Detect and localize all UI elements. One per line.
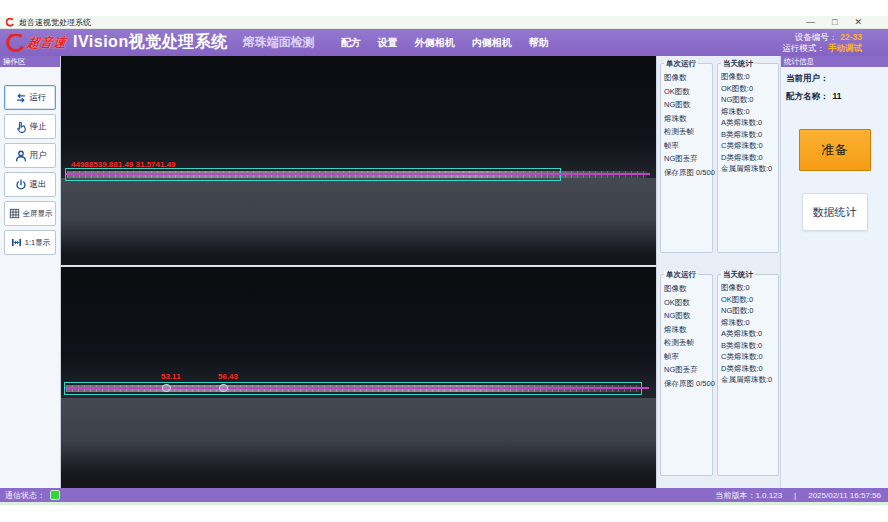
brand-logo-text: 超音速 <box>25 34 67 52</box>
stat-row: 熔珠数:0 <box>721 317 775 329</box>
info-panel-title: 统计信息 <box>781 56 888 67</box>
exit-button-label: 退出 <box>30 179 47 191</box>
stat-row: 图像数 <box>664 71 709 85</box>
one-to-one-button-label: 1:1显示 <box>25 238 50 248</box>
stat-row: 金属屑熔珠数:0 <box>721 374 775 386</box>
stop-hand-icon <box>14 120 28 134</box>
stat-row: 熔珠数 <box>664 112 709 126</box>
stats-section-top: 单次运行 图像数OK图数NG图数熔珠数检测丢帧帧率NG图丢弃保存原图 0/500… <box>657 56 781 265</box>
measure-line <box>65 387 649 389</box>
statusbar-separator: | <box>794 491 796 500</box>
stat-row: B类熔珠数:0 <box>721 129 775 141</box>
stat-row: D类熔珠数:0 <box>721 363 775 375</box>
app-window: 超音速视觉处理系统 — □ ✕ 超音速 IVision视觉处理系统 熔珠端面检测… <box>0 0 888 522</box>
stat-row: NG图数 <box>664 98 709 112</box>
single-run-title: 单次运行 <box>664 270 698 280</box>
stat-row: NG图数 <box>664 309 709 323</box>
measure-line <box>66 173 650 175</box>
menu-item[interactable]: 内侧相机 <box>472 36 512 50</box>
menu-item[interactable]: 帮助 <box>529 36 549 50</box>
stat-row: B类熔珠数:0 <box>721 340 775 352</box>
window-bottom-edge <box>0 502 888 505</box>
power-icon <box>14 178 28 192</box>
run-icon <box>14 91 28 105</box>
menu-item[interactable]: 配方 <box>341 36 361 50</box>
main-menu: 配方设置外侧相机内侧相机帮助 <box>341 36 549 50</box>
stat-row: NG图数:0 <box>721 94 775 106</box>
stat-row: OK图数 <box>664 85 709 99</box>
comm-status-indicator <box>50 490 60 500</box>
stat-row: 检测丢帧 <box>664 336 709 350</box>
image-gradient <box>61 398 656 468</box>
menu-item[interactable]: 设置 <box>378 36 398 50</box>
one-to-one-icon <box>10 236 23 249</box>
stat-row: 图像数:0 <box>721 71 775 83</box>
daily-stats-group: 当天统计 图像数:0OK图数:0NG图数:0熔珠数:0A类熔珠数:0B类熔珠数:… <box>717 274 779 476</box>
fullscreen-grid-icon <box>8 207 21 220</box>
stat-row: A类熔珠数:0 <box>721 328 775 340</box>
exit-button[interactable]: 退出 <box>4 172 56 197</box>
fullscreen-button-label: 全屏显示 <box>23 209 53 219</box>
device-number-value: 22-33 <box>840 32 862 42</box>
app-logo-icon <box>6 18 15 27</box>
data-statistics-button[interactable]: 数据统计 <box>802 193 868 231</box>
user-button-label: 用户 <box>30 150 47 162</box>
one-to-one-button[interactable]: 1:1显示 <box>4 230 56 255</box>
daily-stats-title: 当天统计 <box>721 270 755 280</box>
daily-stats-title: 当天统计 <box>721 59 755 69</box>
device-number-label: 设备编号： <box>795 32 838 42</box>
device-info: 设备编号：22-33 运行模式：手动调试 <box>783 32 863 54</box>
app-title: IVision视觉处理系统 <box>73 32 228 53</box>
measurement-overlay-text: 44988539.881.49 31.5741.49 <box>71 160 176 169</box>
statistics-column: 单次运行 图像数OK图数NG图数熔珠数检测丢帧帧率NG图丢弃保存原图 0/500… <box>656 56 780 488</box>
stat-row: NG图丢弃 <box>664 152 709 166</box>
brand-swoosh-icon <box>6 34 26 52</box>
app-subtitle: 熔珠端面检测 <box>243 34 315 51</box>
defect-marker <box>162 384 171 392</box>
status-bar: 通信状态： 当前版本：1.0.123 | 2025/02/11 16:57:56 <box>0 488 888 502</box>
single-run-title: 单次运行 <box>664 59 698 69</box>
stat-row: 保存原图 0/500 <box>664 377 709 391</box>
close-button[interactable]: ✕ <box>854 16 862 29</box>
operation-area-title: 操作区 <box>0 56 60 67</box>
stat-row: 图像数 <box>664 282 709 296</box>
current-user-label: 当前用户： <box>786 73 829 83</box>
minimize-button[interactable]: — <box>806 16 815 29</box>
single-run-group: 单次运行 图像数OK图数NG图数熔珠数检测丢帧帧率NG图丢弃保存原图 0/500 <box>660 63 713 253</box>
stat-row: C类熔珠数:0 <box>721 351 775 363</box>
image-gradient <box>61 178 656 250</box>
stat-row: OK图数:0 <box>721 294 775 306</box>
user-icon <box>14 149 28 163</box>
stat-row: 保存原图 0/500 <box>664 166 709 180</box>
stat-row: 检测丢帧 <box>664 125 709 139</box>
comm-status-label: 通信状态： <box>5 490 45 501</box>
run-button-label: 运行 <box>30 92 47 104</box>
user-button[interactable]: 用户 <box>4 143 56 168</box>
version-label: 当前版本： <box>715 491 755 500</box>
stat-row: 金属屑熔珠数:0 <box>721 163 775 175</box>
operation-sidebar: 操作区 运行 停止 用户 <box>0 56 61 488</box>
maximize-button[interactable]: □ <box>832 16 837 29</box>
outer-camera-view[interactable]: 44988539.881.49 31.5741.49 <box>61 56 656 265</box>
camera-view-area: 44988539.881.49 31.5741.49 53.11 56.43 <box>61 56 656 488</box>
prepare-button[interactable]: 准备 <box>799 129 871 171</box>
recipe-name-label: 配方名称： <box>786 91 829 101</box>
stat-row: 熔珠数 <box>664 323 709 337</box>
inner-camera-view[interactable]: 53.11 56.43 <box>61 267 656 488</box>
fullscreen-button[interactable]: 全屏显示 <box>4 201 56 226</box>
stat-row: OK图数 <box>664 296 709 310</box>
menu-item[interactable]: 外侧相机 <box>415 36 455 50</box>
measurement-overlay-text: 53.11 <box>161 372 181 381</box>
recipe-name-value: 11 <box>833 91 842 101</box>
stat-row: C类熔珠数:0 <box>721 140 775 152</box>
stop-button[interactable]: 停止 <box>4 114 56 139</box>
info-panel: 统计信息 当前用户： 配方名称：11 准备 数据统计 <box>780 56 888 488</box>
run-mode-value: 手动调试 <box>828 43 862 53</box>
stat-row: 熔珠数:0 <box>721 106 775 118</box>
window-title: 超音速视觉处理系统 <box>19 17 91 28</box>
measurement-overlay-text: 56.43 <box>218 372 238 381</box>
stat-row: 帧率 <box>664 350 709 364</box>
single-run-group: 单次运行 图像数OK图数NG图数熔珠数检测丢帧帧率NG图丢弃保存原图 0/500 <box>660 274 713 476</box>
run-button[interactable]: 运行 <box>4 85 56 110</box>
stat-row: 帧率 <box>664 139 709 153</box>
